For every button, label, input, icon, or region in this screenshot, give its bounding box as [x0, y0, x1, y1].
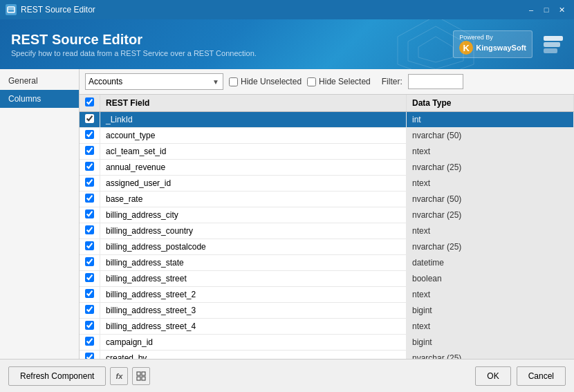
row-type: nvarchar (25)	[407, 207, 574, 223]
row-checkbox[interactable]	[85, 337, 94, 346]
svg-rect-5	[137, 372, 140, 375]
row-checkbox-cell	[80, 335, 100, 351]
stack-icon	[544, 36, 563, 53]
row-checkbox[interactable]	[85, 114, 94, 123]
row-checkbox[interactable]	[85, 194, 94, 203]
table-row[interactable]: billing_address_street_2ntext	[80, 287, 574, 303]
cancel-button[interactable]: Cancel	[517, 366, 566, 386]
row-checkbox-cell	[80, 160, 100, 176]
row-checkbox[interactable]	[85, 257, 94, 266]
table-body: _LinkIdintaccount_typenvarchar (50)acl_t…	[80, 112, 574, 360]
footer-left: Refresh Component fx	[8, 366, 150, 386]
sidebar-item-columns[interactable]: Columns	[0, 90, 79, 108]
fx-icon: fx	[116, 372, 123, 380]
row-checkbox[interactable]	[85, 305, 94, 314]
row-field: created_by	[100, 351, 407, 360]
table-row[interactable]: created_bynvarchar (25)	[80, 351, 574, 360]
hide-selected-checkbox[interactable]	[307, 77, 316, 86]
row-field: billing_address_street	[100, 271, 407, 287]
select-all-checkbox[interactable]	[85, 97, 94, 106]
row-checkbox[interactable]	[85, 353, 94, 359]
row-type: ntext	[407, 144, 574, 160]
row-checkbox[interactable]	[85, 241, 94, 250]
row-checkbox-cell	[80, 144, 100, 160]
row-checkbox[interactable]	[85, 225, 94, 234]
right-panel: Accounts ▼ Hide Unselected Hide Selected…	[80, 69, 574, 359]
grid-icon	[136, 371, 146, 381]
close-button[interactable]: ✕	[555, 3, 568, 17]
header-subtitle: Specify how to read data from a REST Ser…	[11, 49, 257, 57]
window-controls: – □ ✕	[524, 3, 568, 17]
col-checkbox	[80, 95, 100, 112]
row-checkbox[interactable]	[85, 273, 94, 282]
row-checkbox-cell	[80, 128, 100, 144]
grid-icon-button[interactable]	[132, 367, 150, 385]
row-field: campaign_id	[100, 335, 407, 351]
table-row[interactable]: billing_address_street_3bigint	[80, 303, 574, 319]
window-title: REST Source Editor	[21, 5, 95, 15]
hide-selected-label[interactable]: Hide Selected	[307, 77, 371, 86]
row-field: billing_address_postalcode	[100, 239, 407, 255]
table-container: REST Field Data Type _LinkIdintaccount_t…	[80, 95, 574, 359]
table-row[interactable]: base_ratenvarchar (50)	[80, 192, 574, 207]
row-field: _LinkId	[100, 112, 407, 128]
row-type: nvarchar (50)	[407, 128, 574, 144]
row-checkbox[interactable]	[85, 321, 94, 330]
row-checkbox[interactable]	[85, 289, 94, 298]
row-checkbox-cell	[80, 223, 100, 239]
row-checkbox[interactable]	[85, 178, 94, 187]
row-field: billing_address_street_3	[100, 303, 407, 319]
row-field: annual_revenue	[100, 160, 407, 176]
sidebar: General Columns	[0, 69, 80, 359]
table-row[interactable]: acl_team_set_idntext	[80, 144, 574, 160]
row-type: ntext	[407, 319, 574, 335]
table-row[interactable]: annual_revenuenvarchar (25)	[80, 160, 574, 176]
fx-icon-button[interactable]: fx	[110, 367, 128, 385]
ok-button[interactable]: OK	[475, 366, 510, 386]
stack-layer-1	[544, 36, 563, 41]
refresh-component-button[interactable]: Refresh Component	[8, 366, 106, 386]
row-checkbox[interactable]	[85, 146, 94, 155]
sidebar-item-general[interactable]: General	[0, 72, 79, 90]
table-row[interactable]: campaign_idbigint	[80, 335, 574, 351]
svg-marker-3	[408, 26, 463, 69]
row-checkbox-cell	[80, 319, 100, 335]
table-row[interactable]: _LinkIdint	[80, 112, 574, 128]
row-type: datetime	[407, 255, 574, 271]
row-type: ntext	[407, 223, 574, 239]
accounts-dropdown-wrapper: Accounts ▼	[85, 73, 223, 90]
row-checkbox-cell	[80, 192, 100, 207]
row-type: ntext	[407, 287, 574, 303]
row-field: billing_address_street_2	[100, 287, 407, 303]
hide-unselected-checkbox[interactable]	[229, 77, 238, 86]
table-row[interactable]: billing_address_countryntext	[80, 223, 574, 239]
brand-name: KingswaySoft	[476, 44, 526, 52]
row-field: assigned_user_id	[100, 176, 407, 192]
table-row[interactable]: billing_address_postalcodenvarchar (25)	[80, 239, 574, 255]
row-checkbox-cell	[80, 207, 100, 223]
header-banner: REST Source Editor Specify how to read d…	[0, 19, 574, 69]
toolbar: Accounts ▼ Hide Unselected Hide Selected…	[80, 69, 574, 95]
table-row[interactable]: billing_address_citynvarchar (25)	[80, 207, 574, 223]
header-decoration	[394, 19, 477, 69]
table-row[interactable]: billing_address_statedatetime	[80, 255, 574, 271]
accounts-dropdown[interactable]: Accounts	[85, 73, 223, 90]
row-type: bigint	[407, 335, 574, 351]
maximize-button[interactable]: □	[539, 3, 553, 17]
row-checkbox[interactable]	[85, 209, 94, 218]
stack-layer-2	[544, 42, 560, 47]
title-bar: REST Source Editor – □ ✕	[0, 0, 574, 19]
hide-unselected-label[interactable]: Hide Unselected	[229, 77, 302, 86]
table-row[interactable]: assigned_user_idntext	[80, 176, 574, 192]
minimize-button[interactable]: –	[524, 3, 538, 17]
row-type: nvarchar (50)	[407, 192, 574, 207]
footer: Refresh Component fx OK Cancel	[0, 359, 574, 392]
filter-input[interactable]	[408, 74, 463, 89]
table-row[interactable]: billing_address_streetboolean	[80, 271, 574, 287]
col-rest-field: REST Field	[100, 95, 407, 112]
row-checkbox-cell	[80, 239, 100, 255]
table-row[interactable]: billing_address_street_4ntext	[80, 319, 574, 335]
row-checkbox[interactable]	[85, 162, 94, 171]
table-row[interactable]: account_typenvarchar (50)	[80, 128, 574, 144]
row-checkbox[interactable]	[85, 130, 94, 139]
